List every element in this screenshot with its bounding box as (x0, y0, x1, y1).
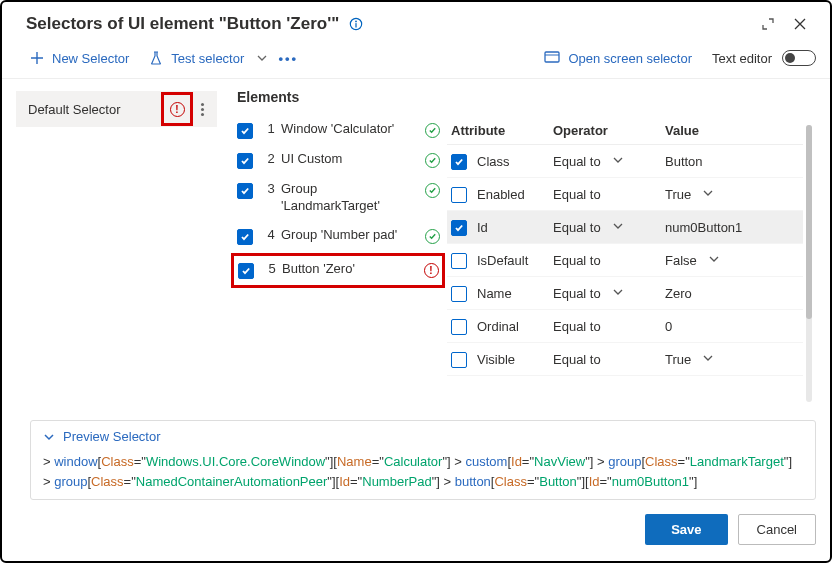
svg-point-1 (355, 21, 357, 23)
selector-list-sidebar: Default Selector ! (2, 79, 227, 410)
save-button[interactable]: Save (645, 514, 727, 545)
attr-operator: Equal to (553, 187, 601, 202)
attr-checkbox[interactable] (451, 253, 467, 269)
cancel-button[interactable]: Cancel (738, 514, 816, 545)
attr-checkbox[interactable] (451, 154, 467, 170)
element-checkbox[interactable] (238, 263, 254, 279)
element-row[interactable]: 4Group 'Number pad' (235, 221, 443, 251)
chevron-down-icon[interactable] (699, 353, 717, 365)
info-icon[interactable] (349, 17, 363, 31)
error-icon: ! (424, 263, 439, 278)
preview-selector-code: > window[Class="Windows.UI.Core.CoreWind… (43, 452, 803, 491)
element-status (423, 153, 441, 168)
attr-value: Zero (665, 286, 692, 301)
new-selector-button[interactable]: New Selector (24, 47, 135, 70)
preview-toggle[interactable]: Preview Selector (43, 429, 803, 452)
element-row[interactable]: 3Group 'LandmarkTarget' (235, 175, 443, 221)
open-screen-selector-button[interactable]: Open screen selector (538, 47, 698, 70)
element-checkbox[interactable] (237, 123, 253, 139)
preview-label: Preview Selector (63, 429, 161, 444)
element-row[interactable]: 5Button 'Zero'! (231, 253, 445, 288)
modal-body: Default Selector ! Elements 1Window 'Cal… (2, 79, 830, 410)
attribute-table: Attribute Operator Value ClassEqual toBu… (447, 117, 803, 410)
new-selector-label: New Selector (52, 51, 129, 66)
open-screen-selector-label: Open screen selector (568, 51, 692, 66)
attr-name: Visible (477, 352, 515, 367)
attr-checkbox[interactable] (451, 352, 467, 368)
attr-name: IsDefault (477, 253, 528, 268)
hdr-attribute: Attribute (447, 123, 553, 138)
attribute-row[interactable]: ClassEqual toButton (447, 145, 803, 178)
attribute-row[interactable]: VisibleEqual toTrue (447, 343, 803, 376)
preview-selector-panel: Preview Selector > window[Class="Windows… (30, 420, 816, 500)
attr-operator: Equal to (553, 154, 601, 169)
element-index: 4 (261, 227, 281, 242)
attr-checkbox[interactable] (451, 220, 467, 236)
attr-checkbox[interactable] (451, 187, 467, 203)
main-panel: Elements 1Window 'Calculator'2UI Custom3… (227, 79, 830, 410)
attr-operator: Equal to (553, 253, 601, 268)
attr-checkbox[interactable] (451, 286, 467, 302)
element-label: Group 'LandmarkTarget' (281, 181, 423, 215)
attr-value: False (665, 253, 697, 268)
sidebar-item-default[interactable]: Default Selector ! (16, 91, 217, 127)
attr-value: 0 (665, 319, 672, 334)
chevron-down-icon[interactable] (705, 254, 723, 266)
hdr-operator: Operator (553, 123, 665, 138)
ok-icon (425, 153, 440, 168)
element-row[interactable]: 1Window 'Calculator' (235, 115, 443, 145)
hdr-value: Value (665, 123, 803, 138)
attribute-scrollbar[interactable] (803, 89, 815, 410)
element-checkbox[interactable] (237, 153, 253, 169)
test-selector-label: Test selector (171, 51, 244, 66)
element-status (423, 123, 441, 138)
element-checkbox[interactable] (237, 183, 253, 199)
element-label: Button 'Zero' (282, 261, 422, 278)
text-editor-toggle[interactable] (782, 50, 816, 66)
element-index: 5 (262, 261, 282, 276)
svg-rect-2 (356, 23, 357, 27)
chevron-down-icon[interactable] (609, 155, 627, 167)
ok-icon (425, 183, 440, 198)
test-selector-caret[interactable] (250, 46, 274, 70)
selector-editor-modal: Selectors of UI element "Button 'Zero'" … (0, 0, 832, 563)
toolbar: New Selector Test selector ••• Open scre… (2, 40, 830, 79)
attr-operator: Equal to (553, 286, 601, 301)
element-checkbox[interactable] (237, 229, 253, 245)
attr-value: Button (665, 154, 703, 169)
more-actions-button[interactable]: ••• (274, 51, 302, 66)
attribute-row[interactable]: OrdinalEqual to0 (447, 310, 803, 343)
attr-name: Enabled (477, 187, 525, 202)
element-row[interactable]: 2UI Custom (235, 145, 443, 175)
chevron-down-icon[interactable] (609, 221, 627, 233)
ok-icon (425, 123, 440, 138)
attribute-row[interactable]: EnabledEqual toTrue (447, 178, 803, 211)
expand-icon[interactable] (752, 12, 784, 36)
selector-row-menu[interactable] (193, 103, 211, 116)
test-selector-button[interactable]: Test selector (143, 47, 250, 70)
element-status (423, 183, 441, 198)
close-icon[interactable] (784, 12, 816, 36)
attr-name: Id (477, 220, 488, 235)
attribute-row[interactable]: IsDefaultEqual toFalse (447, 244, 803, 277)
element-index: 1 (261, 121, 281, 136)
attr-operator: Equal to (553, 352, 601, 367)
chevron-down-icon[interactable] (609, 287, 627, 299)
attr-name: Ordinal (477, 319, 519, 334)
attribute-row[interactable]: IdEqual tonum0Button1 (447, 211, 803, 244)
chevron-down-icon[interactable] (699, 188, 717, 200)
modal-header: Selectors of UI element "Button 'Zero'" (2, 2, 830, 40)
screen-icon (544, 51, 560, 65)
error-icon: ! (170, 102, 185, 117)
attribute-row[interactable]: NameEqual toZero (447, 277, 803, 310)
attr-value: True (665, 352, 691, 367)
sidebar-item-label: Default Selector (28, 102, 121, 117)
modal-title: Selectors of UI element "Button 'Zero'" (26, 14, 339, 34)
chevron-down-icon (43, 431, 55, 443)
attr-operator: Equal to (553, 220, 601, 235)
attributes-panel: Attribute Operator Value ClassEqual toBu… (443, 89, 822, 410)
attr-operator: Equal to (553, 319, 601, 334)
attr-checkbox[interactable] (451, 319, 467, 335)
flask-icon (149, 51, 163, 65)
attr-value: True (665, 187, 691, 202)
